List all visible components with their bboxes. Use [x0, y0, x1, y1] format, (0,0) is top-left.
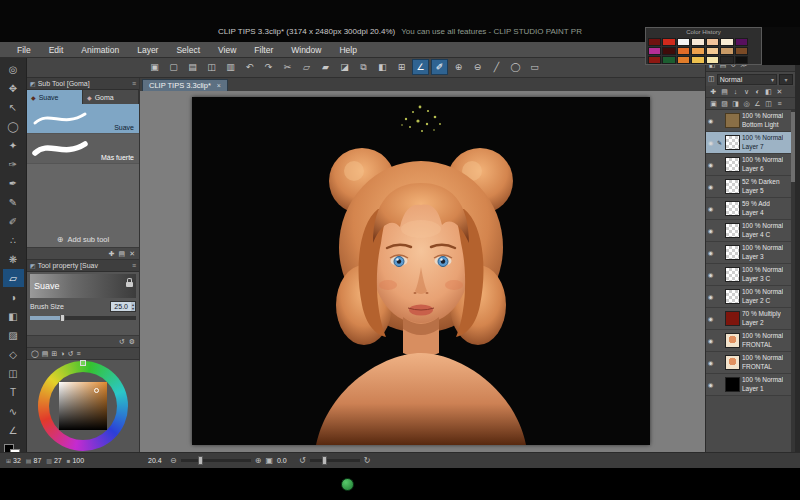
layer-thumbnail[interactable]: [725, 157, 740, 172]
figure-tool-icon[interactable]: ◇: [3, 345, 24, 363]
add-subtool-button[interactable]: ⊕ Add sub tool: [27, 231, 139, 247]
fill-icon[interactable]: ◧: [374, 59, 391, 75]
rotate-cw-icon[interactable]: ↻: [364, 456, 371, 465]
layer-thumbnail[interactable]: [725, 245, 740, 260]
advanced-settings-icon[interactable]: ⚙: [129, 338, 135, 346]
menu-item[interactable]: File: [8, 42, 40, 57]
visibility-eye-icon[interactable]: ◉: [708, 117, 717, 124]
color-wheel-tab-icon[interactable]: ◯: [31, 350, 39, 358]
transfer-down-icon[interactable]: ↓: [731, 88, 740, 95]
ruler-layer-icon[interactable]: ∠: [753, 100, 762, 108]
visibility-eye-icon[interactable]: ◉: [708, 249, 717, 256]
lock-layer-icon[interactable]: ▣: [709, 100, 718, 108]
Layer 7[interactable]: ◉ ✎ 100 % Normal Layer 7: [706, 132, 795, 154]
eraser-tool-icon[interactable]: ▱: [3, 269, 24, 287]
reference-layer-icon[interactable]: ◎: [742, 100, 751, 108]
move-tool-icon[interactable]: ✥: [3, 79, 24, 97]
brush-size-spinner[interactable]: ▴ ▾: [131, 302, 135, 311]
zoom-out-icon[interactable]: ⊖: [469, 59, 486, 75]
subtool-list-item[interactable]: Suave: [27, 104, 139, 134]
menu-item[interactable]: Filter: [245, 42, 282, 57]
visibility-eye-icon[interactable]: ◉: [708, 183, 717, 190]
visibility-eye-icon[interactable]: ◉: [708, 381, 717, 388]
line-correction-tool-icon[interactable]: ∿: [3, 402, 24, 420]
rotate-ccw-icon[interactable]: ↺: [299, 456, 306, 465]
new-folder-icon[interactable]: ▤: [720, 88, 729, 96]
visibility-eye-icon[interactable]: ◉: [708, 315, 717, 322]
Layer 3[interactable]: ◉ ✎ 100 % Normal Layer 3: [706, 242, 795, 264]
expand-selection-icon[interactable]: ⧉: [355, 59, 372, 75]
Layer 6[interactable]: ◉ ✎ 100 % Normal Layer 6: [706, 154, 795, 176]
expression-color-select[interactable]: ▾: [779, 74, 793, 85]
brush-size-slider[interactable]: [30, 316, 136, 320]
visibility-eye-icon[interactable]: ◉: [708, 337, 717, 344]
color-swatch[interactable]: [691, 56, 705, 64]
delete-subtool-icon[interactable]: ✕: [129, 250, 135, 258]
color-swatch[interactable]: [662, 56, 676, 64]
zoom-out-icon[interactable]: ⊖: [170, 456, 177, 465]
Layer 2[interactable]: ◉ ✎ 70 % Multiply Layer 2: [706, 308, 795, 330]
eyedropper-tool-icon[interactable]: ✑: [3, 155, 24, 173]
document-tab[interactable]: CLIP TIPS 3.3clip* ×: [142, 79, 228, 91]
color-swatch[interactable]: [735, 38, 749, 46]
visibility-eye-icon[interactable]: ◉: [708, 293, 717, 300]
redo-icon[interactable]: ↷: [260, 59, 277, 75]
color-swatch[interactable]: [720, 38, 734, 46]
visibility-eye-icon[interactable]: ◉: [708, 271, 717, 278]
fg-bg-color-control[interactable]: [4, 444, 22, 452]
lasso-tool-icon[interactable]: ◯: [3, 117, 24, 135]
close-tab-icon[interactable]: ×: [217, 82, 221, 89]
Layer 5[interactable]: ◉ ✎ 52 % Darken Layer 5: [706, 176, 795, 198]
layer-thumbnail[interactable]: [725, 135, 740, 150]
gradient-tool-icon[interactable]: ▨: [3, 326, 24, 344]
layer-thumbnail[interactable]: [725, 201, 740, 216]
color-swatch[interactable]: [648, 56, 662, 64]
rectangle-shape-icon[interactable]: ▭: [526, 59, 543, 75]
brush-tool-icon[interactable]: ✐: [3, 212, 24, 230]
color-swatch[interactable]: [735, 56, 749, 64]
brush-size-input[interactable]: 25.0 ▴ ▾: [110, 301, 136, 312]
reset-settings-icon[interactable]: ↺: [119, 338, 125, 346]
zoom-in-icon[interactable]: ⊕: [255, 456, 262, 465]
visibility-eye-icon[interactable]: ◉: [708, 205, 717, 212]
two-pane-icon[interactable]: ◫: [764, 100, 773, 108]
color-swatch[interactable]: [662, 47, 676, 55]
Layer 3 C[interactable]: ◉ ✎ 100 % Normal Layer 3 C: [706, 264, 795, 286]
delete-layer-icon[interactable]: ✕: [775, 88, 784, 96]
invert-selection-icon[interactable]: ◪: [336, 59, 353, 75]
color-swatch[interactable]: [706, 47, 720, 55]
menu-item[interactable]: View: [209, 42, 245, 57]
snap-to-guide-icon[interactable]: ✐: [431, 59, 448, 75]
FRONTAL[interactable]: ◉ ✎ 100 % Normal FRONTAL: [706, 352, 795, 374]
operation-tool-icon[interactable]: ↖: [3, 98, 24, 116]
cut-icon[interactable]: ✂: [279, 59, 296, 75]
menu-item[interactable]: Edit: [40, 42, 73, 57]
color-swatch[interactable]: [720, 47, 734, 55]
rotation-slider-knob[interactable]: [322, 456, 327, 465]
zoom-tool-icon[interactable]: ◎: [3, 60, 24, 78]
ruler-tool-icon[interactable]: ∠: [3, 421, 24, 439]
lock-transparency-icon[interactable]: ▨: [720, 100, 729, 108]
visibility-eye-icon[interactable]: ◉: [708, 359, 717, 366]
panel-menu-icon[interactable]: ≡: [132, 262, 136, 269]
color-history-tab-icon[interactable]: ↺: [68, 350, 74, 358]
airbrush-tool-icon[interactable]: ∴: [3, 231, 24, 249]
blend-mode-select[interactable]: Normal ▾: [717, 74, 777, 85]
FRONTAL[interactable]: ◉ ✎ 100 % Normal FRONTAL: [706, 330, 795, 352]
auto-select-tool-icon[interactable]: ✦: [3, 136, 24, 154]
color-swatch[interactable]: [677, 38, 691, 46]
hue-marker[interactable]: [80, 360, 86, 366]
deselect-icon[interactable]: ▱: [298, 59, 315, 75]
document-canvas[interactable]: [192, 97, 650, 445]
pencil-tool-icon[interactable]: ✎: [3, 193, 24, 211]
color-swatch[interactable]: [706, 56, 720, 64]
Layer 4[interactable]: ◉ ✎ 59 % Add Layer 4: [706, 198, 795, 220]
layer-thumbnail[interactable]: [725, 355, 740, 370]
color-swatch[interactable]: [691, 38, 705, 46]
slider-knob[interactable]: [60, 314, 65, 322]
layer-thumbnail[interactable]: [725, 377, 740, 392]
new-subtool-group-icon[interactable]: ▤: [119, 250, 126, 258]
layer-thumbnail[interactable]: [725, 223, 740, 238]
workspace-icon[interactable]: ▣: [146, 59, 163, 75]
menu-item[interactable]: Help: [330, 42, 365, 57]
